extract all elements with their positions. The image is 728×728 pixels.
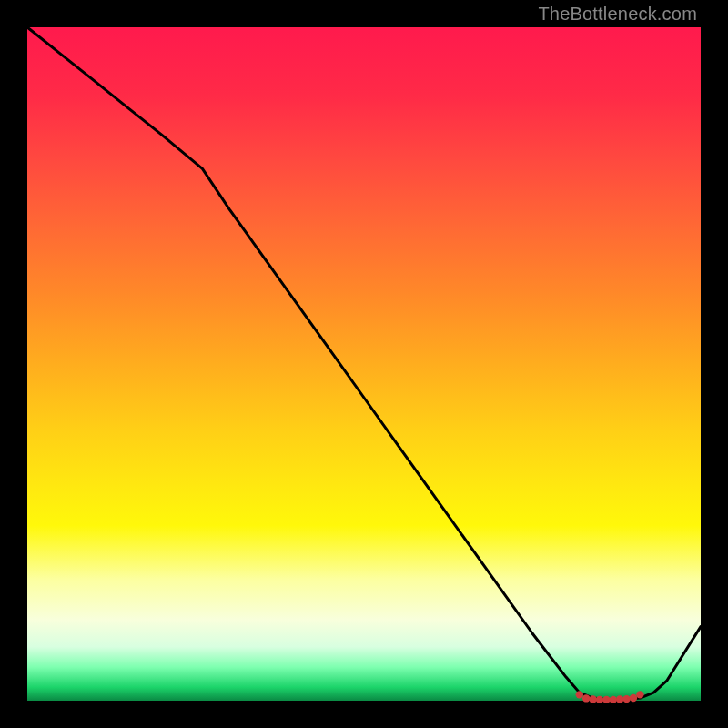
optimal-marker xyxy=(610,696,617,703)
optimal-marker xyxy=(576,691,583,698)
optimal-marker xyxy=(596,696,603,703)
optimal-marker xyxy=(636,691,643,698)
bottleneck-curve xyxy=(27,27,701,700)
optimal-marker xyxy=(602,696,610,703)
watermark-text: TheBottleneck.com xyxy=(538,4,697,25)
plot-area xyxy=(27,27,701,701)
optimal-marker xyxy=(616,695,623,703)
optimal-marker xyxy=(589,695,596,703)
optimal-marker xyxy=(582,694,590,702)
optimal-marker xyxy=(622,695,630,703)
chart-frame: TheBottleneck.com xyxy=(0,0,728,728)
optimal-marker xyxy=(630,694,637,702)
chart-svg xyxy=(27,27,701,701)
